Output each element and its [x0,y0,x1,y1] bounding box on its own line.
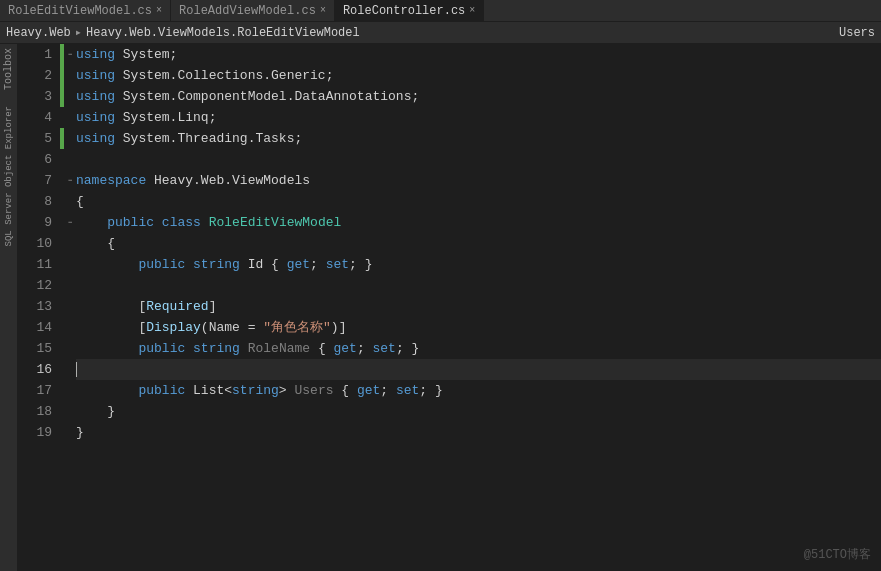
line-number: 2 [18,65,52,86]
indicator-cell [60,233,72,254]
code-line: using System.Threading.Tasks; [76,128,881,149]
line-number: 19 [18,422,52,443]
tab-tab1[interactable]: RoleEditViewModel.cs× [0,0,171,21]
line-number: 15 [18,338,52,359]
line-number: 18 [18,401,52,422]
line-number: 14 [18,317,52,338]
breadcrumb-users: Users [839,26,875,40]
code-line: { [76,233,881,254]
indicator-cell [60,338,72,359]
text-cursor [76,362,77,377]
line-number: 6 [18,149,52,170]
breadcrumb-right: Heavy.Web.ViewModels.RoleEditViewModel [86,26,835,40]
code-line: public List<string> Users { get; set; } [76,380,881,401]
indicator-cell [60,317,72,338]
tab-tab2[interactable]: RoleAddViewModel.cs× [171,0,335,21]
tab-close-icon[interactable]: × [156,5,162,16]
indicator-cell [60,359,72,380]
code-line: public string RoleName { get; set; } [76,338,881,359]
code-line: { [76,191,881,212]
indicator-area: −−− [60,44,72,571]
code-line: using System.Linq; [76,107,881,128]
code-line: public class RoleEditViewModel [76,212,881,233]
indicator-cell: − [60,170,72,191]
greenbar-indicator [60,65,64,86]
indicator-cell: − [60,44,72,65]
indicator-cell [60,191,72,212]
greenbar-indicator [60,44,64,65]
line-numbers: 12345678910111213141516171819 [18,44,60,571]
code-area[interactable]: using System;using System.Collections.Ge… [72,44,881,571]
indicator-cell [60,296,72,317]
code-line: using System.Collections.Generic; [76,65,881,86]
indicator-cell [60,107,72,128]
indicator-cell: − [60,212,72,233]
code-line [76,275,881,296]
left-sidebar: Toolbox SQL Server Object Explorer [0,44,18,571]
indicator-cell [60,254,72,275]
line-number: 3 [18,86,52,107]
line-number: 5 [18,128,52,149]
line-number: 8 [18,191,52,212]
tab-label: RoleController.cs [343,4,465,18]
tab-close-icon[interactable]: × [469,5,475,16]
code-line [76,359,881,380]
line-number: 13 [18,296,52,317]
watermark: @51CTO博客 [804,546,871,563]
indicator-cell [60,86,72,107]
code-line: [Display(Name = "角色名称")] [76,317,881,338]
indicator-cell [60,380,72,401]
breadcrumb-arrow-icon: ▸ [75,25,82,40]
indicator-cell [60,275,72,296]
breadcrumb-bar: Heavy.Web ▸ Heavy.Web.ViewModels.RoleEdi… [0,22,881,44]
tab-bar: RoleEditViewModel.cs×RoleAddViewModel.cs… [0,0,881,22]
tab-close-icon[interactable]: × [320,5,326,16]
tab-tab3[interactable]: RoleController.cs× [335,0,484,21]
line-number: 10 [18,233,52,254]
line-number: 1 [18,44,52,65]
code-line: using System; [76,44,881,65]
code-line: public string Id { get; set; } [76,254,881,275]
code-content: using System;using System.Collections.Ge… [72,44,881,443]
code-line: using System.ComponentModel.DataAnnotati… [76,86,881,107]
code-line: } [76,422,881,443]
greenbar-indicator [60,86,64,107]
line-number: 16 [18,359,52,380]
indicator-cell [60,128,72,149]
indicator-cell [60,401,72,422]
tab-label: RoleEditViewModel.cs [8,4,152,18]
code-line: [Required] [76,296,881,317]
sidebar-sql-tab[interactable]: SQL Server Object Explorer [2,102,16,250]
line-number: 12 [18,275,52,296]
indicator-cell [60,65,72,86]
breadcrumb-left: Heavy.Web [6,26,71,40]
line-number: 11 [18,254,52,275]
line-number: 7 [18,170,52,191]
tab-label: RoleAddViewModel.cs [179,4,316,18]
sidebar-toolbox-tab[interactable]: Toolbox [1,44,16,94]
line-number: 4 [18,107,52,128]
line-number: 17 [18,380,52,401]
code-line: namespace Heavy.Web.ViewModels [76,170,881,191]
code-line: } [76,401,881,422]
code-line [76,149,881,170]
indicator-cell [60,422,72,443]
greenbar-indicator [60,128,64,149]
line-number: 9 [18,212,52,233]
indicator-cell [60,149,72,170]
